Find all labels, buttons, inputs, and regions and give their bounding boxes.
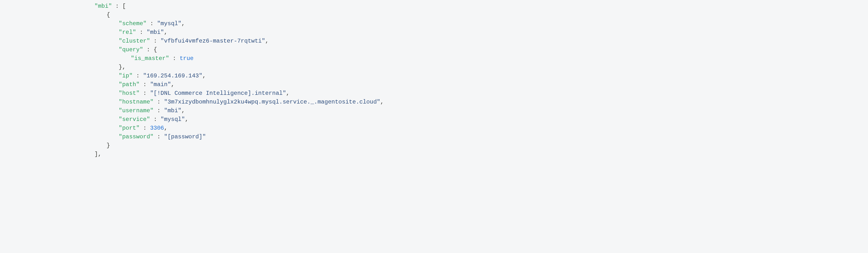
json-value: "169.254.169.143" — [143, 73, 203, 79]
json-key: "cluster" — [119, 38, 150, 44]
json-key: "service" — [119, 116, 150, 122]
json-key: "port" — [119, 125, 140, 131]
json-key: "host" — [119, 90, 140, 97]
json-key: "username" — [119, 107, 154, 114]
json-key: "query" — [119, 46, 143, 53]
json-value: "3m7xizydbomhnulyglx2ku4wpq.mysql.servic… — [164, 99, 380, 105]
json-value: "mysql" — [161, 116, 185, 122]
json-value: "mysql" — [157, 20, 181, 27]
json-value: "mbi" — [147, 29, 164, 36]
json-value: "vfbfui4vmfez6-master-7rqtwti" — [161, 38, 265, 44]
json-key: "ip" — [119, 73, 133, 79]
json-key: "rel" — [119, 29, 136, 36]
json-value: "main" — [150, 81, 171, 88]
json-key: "is_master" — [131, 55, 169, 62]
json-value: "mbi" — [164, 107, 181, 114]
json-code-block: "mbi" : [{"scheme" : "mysql","rel" : "mb… — [0, 0, 868, 253]
json-key: "path" — [119, 81, 140, 88]
json-key: "scheme" — [119, 20, 147, 27]
json-value: 3306 — [150, 125, 164, 131]
json-key: "mbi" — [94, 3, 112, 9]
json-value: "[!DNL Commerce Intelligence].internal" — [150, 90, 286, 97]
json-key: "hostname" — [119, 99, 154, 105]
json-value: "[password]" — [164, 134, 206, 140]
json-key: "password" — [119, 134, 154, 140]
json-value: true — [180, 55, 194, 62]
